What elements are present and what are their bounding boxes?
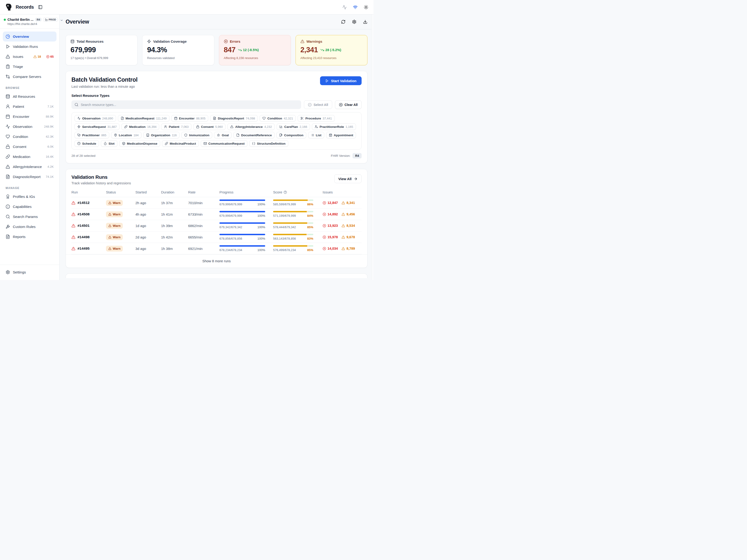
- file-check-icon: [121, 117, 124, 120]
- download-icon[interactable]: [363, 20, 367, 24]
- column-header-issues: Issues: [323, 190, 362, 194]
- sidebar-item-consent[interactable]: Consent6.0K: [3, 142, 56, 152]
- chip-location[interactable]: Location184: [111, 132, 141, 138]
- nav-label: Custom Rules: [13, 225, 35, 229]
- chip-practitionerrole[interactable]: PractitionerRole1,165: [312, 124, 356, 130]
- show-more-runs-button[interactable]: Show 8 more runs: [66, 254, 367, 268]
- help-circle-icon: [284, 191, 287, 194]
- chip-structuredefinition[interactable]: StructureDefinition: [249, 140, 288, 147]
- sidebar-item-validation-runs[interactable]: Validation Runs: [3, 42, 56, 52]
- chip-observation[interactable]: Observation248,890: [75, 115, 116, 122]
- chip-medicationdispense[interactable]: MedicationDispense: [119, 140, 160, 147]
- list-icon: [311, 133, 314, 137]
- sidebar-item-capabilities[interactable]: Capabilities: [3, 202, 56, 212]
- resource-type-chips: Observation248,890MedicationRequest111,2…: [72, 112, 362, 150]
- coverage-sub: Resources validated: [147, 56, 209, 60]
- sidebar-item-encounter[interactable]: Encounter88.9K: [3, 111, 56, 122]
- check-circle-icon: [308, 103, 312, 107]
- chip-procedure[interactable]: Procedure37,441: [298, 115, 335, 122]
- refresh-icon[interactable]: [341, 20, 345, 24]
- x-circle-icon: [323, 213, 326, 216]
- chip-schedule[interactable]: Schedule: [75, 140, 99, 147]
- table-row[interactable]: #14508Warn4h ago1h 41m6733/min679,999/67…: [72, 209, 362, 220]
- alert-triangle-icon: [72, 212, 75, 216]
- chip-documentreference[interactable]: DocumentReference: [233, 132, 275, 138]
- run-id: #14498: [77, 235, 89, 239]
- resource-search-input[interactable]: [81, 103, 298, 107]
- chip-slot[interactable]: Slot: [101, 140, 118, 147]
- chip-encounter[interactable]: Encounter88,905: [171, 115, 208, 122]
- chip-medicationrequest[interactable]: MedicationRequest111,249: [118, 115, 170, 122]
- chip-communicationrequest[interactable]: CommunicationRequest: [201, 140, 248, 147]
- chip-allergyintolerance[interactable]: AllergyIntolerance4,232: [227, 124, 275, 130]
- chip-organization[interactable]: Organization116: [143, 132, 180, 138]
- column-header-score: Score: [273, 190, 323, 194]
- table-row[interactable]: #14495Warn3d ago1h 38m6921/min678,234/67…: [72, 243, 362, 254]
- sidebar-item-search-params[interactable]: Search Params: [3, 212, 56, 222]
- chip-composition[interactable]: Composition: [276, 132, 306, 138]
- chip-label: Composition: [284, 133, 304, 137]
- status-badge: Warn: [106, 246, 123, 251]
- start-validation-button[interactable]: Start Validation: [320, 76, 362, 85]
- wifi-icon[interactable]: [353, 5, 358, 9]
- resource-search-box[interactable]: [72, 100, 301, 109]
- sidebar-item-patient[interactable]: Patient7.1K: [3, 102, 56, 111]
- chip-medicinalproduct[interactable]: MedicinalProduct: [162, 140, 199, 147]
- warnings-trend: 28 (-5.2%): [320, 48, 341, 52]
- server-selector[interactable]: Charité Berlin ... R4 PROD https://fhir.…: [0, 15, 59, 29]
- scrollbar-track[interactable]: [371, 15, 374, 280]
- sidebar-item-condition[interactable]: Condition42.3K: [3, 132, 56, 142]
- chip-count: 865: [101, 133, 106, 137]
- sidebar-item-triage[interactable]: Triage: [3, 61, 56, 72]
- chip-practitioner[interactable]: Practitioner865: [75, 132, 109, 138]
- chip-consent[interactable]: Consent5,960: [193, 124, 226, 130]
- sidebar-item-issues[interactable]: Issues1865: [3, 52, 56, 61]
- run-id: #14495: [77, 246, 89, 250]
- sidebar-item-overview[interactable]: Overview: [3, 31, 56, 42]
- chip-medication[interactable]: Medication16,394: [121, 124, 159, 130]
- view-all-button[interactable]: View All: [334, 174, 362, 183]
- chip-label: Appointment: [334, 133, 353, 137]
- lock-icon: [6, 144, 10, 149]
- table-row[interactable]: #14512Warn2h ago1h 37m7010/min679,999/67…: [72, 197, 362, 209]
- clear-all-button[interactable]: Clear All: [335, 100, 362, 109]
- panel-toggle-icon[interactable]: [38, 5, 43, 9]
- activity-status-icon[interactable]: [342, 5, 347, 9]
- sidebar-item-observation[interactable]: Observation248.9K: [3, 122, 56, 132]
- sidebar-item-compare-servers[interactable]: Compare Servers: [3, 72, 56, 82]
- arrow-right-icon: [354, 177, 358, 181]
- warning-count: 8,534: [341, 224, 355, 228]
- sidebar-item-allergyintolerance[interactable]: AllergyIntolerance4.2K: [3, 162, 56, 172]
- chip-list[interactable]: List: [308, 132, 324, 138]
- calendar-icon: [174, 117, 177, 120]
- chip-careplan[interactable]: CarePlan2,166: [277, 124, 310, 130]
- alert-triangle-icon: [108, 202, 111, 205]
- sidebar-item-profiles-igs[interactable]: Profiles & IGs: [3, 192, 56, 202]
- sidebar-item-diagnosticreport[interactable]: DiagnosticReport74.1K: [3, 172, 56, 182]
- table-row[interactable]: #14501Warn1d ago1h 39m6862/min679,342/67…: [72, 220, 362, 232]
- table-row[interactable]: #14498Warn2d ago1h 42m6655/min678,856/67…: [72, 232, 362, 243]
- chip-goal[interactable]: Goal: [214, 132, 232, 138]
- chip-diagnosticreport[interactable]: DiagnosticReport74,098: [210, 115, 258, 122]
- sidebar-item-custom-rules[interactable]: Custom Rules: [3, 222, 56, 232]
- chip-patient[interactable]: Patient7,063: [161, 124, 191, 130]
- theme-toggle-sun-icon[interactable]: [364, 5, 368, 9]
- settings-gear-icon[interactable]: [352, 20, 357, 24]
- sidebar-item-settings[interactable]: Settings: [3, 267, 56, 277]
- chip-appointment[interactable]: Appointment: [326, 132, 356, 138]
- gear-icon: [6, 270, 10, 274]
- score-text: 563,143/678,856: [273, 237, 296, 240]
- select-resource-types-label: Select Resource Types: [72, 94, 362, 98]
- errors-sub: Affecting 8,156 resources: [224, 56, 286, 60]
- chip-count: 31,887: [107, 125, 117, 129]
- sidebar-item-medication[interactable]: Medication16.4K: [3, 152, 56, 162]
- chip-servicerequest[interactable]: ServiceRequest31,887: [75, 124, 120, 130]
- alert-triangle-icon: [72, 224, 75, 228]
- sidebar-item-all-resources[interactable]: All Resources: [3, 91, 56, 102]
- sidebar-item-reports[interactable]: Reports: [3, 232, 56, 242]
- chip-condition[interactable]: Condition42,321: [260, 115, 296, 122]
- select-all-button[interactable]: Select All: [304, 100, 332, 109]
- runs-title: Validation Runs: [72, 174, 131, 180]
- stat-card-warnings: Warnings 2,341 28 (-5.2%) Affecting 23,4…: [295, 35, 367, 65]
- chip-immunization[interactable]: Immunization: [181, 132, 212, 138]
